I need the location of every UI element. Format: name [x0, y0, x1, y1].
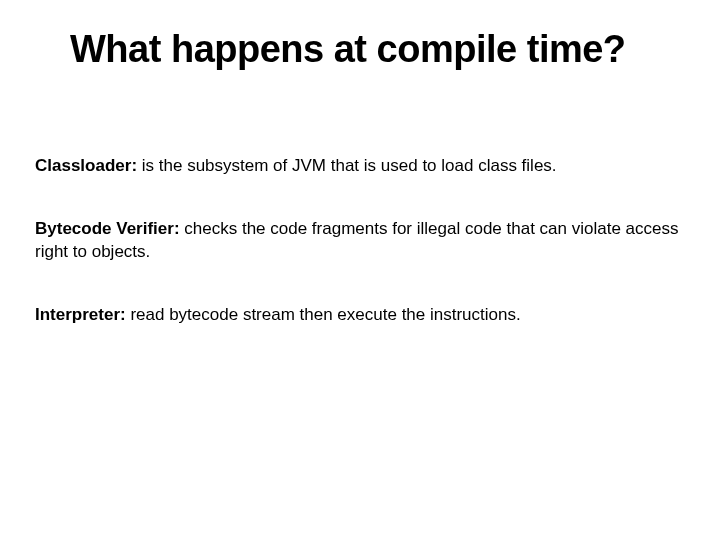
definition-term: Classloader: — [35, 156, 137, 175]
definition-term: Interpreter: — [35, 305, 126, 324]
definition-term: Bytecode Verifier: — [35, 219, 180, 238]
slide-title: What happens at compile time? — [70, 28, 685, 71]
definition-description: read bytecode stream then execute the in… — [126, 305, 521, 324]
slide-container: What happens at compile time? Classloade… — [0, 0, 720, 540]
definition-item: Interpreter: read bytecode stream then e… — [35, 304, 685, 327]
definition-item: Bytecode Verifier: checks the code fragm… — [35, 218, 685, 264]
definition-description: is the subsystem of JVM that is used to … — [137, 156, 557, 175]
definition-item: Classloader: is the subsystem of JVM tha… — [35, 155, 685, 178]
